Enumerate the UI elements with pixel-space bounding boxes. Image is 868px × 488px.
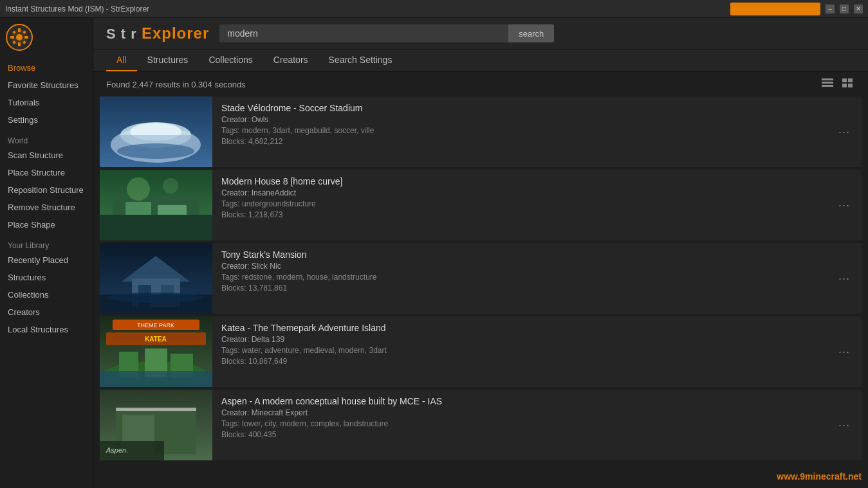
grid-view-button[interactable] xyxy=(840,77,855,91)
table-row[interactable]: Aspen. Aspen - A modern conceptual house… xyxy=(100,390,862,460)
titlebar-orange-bar xyxy=(730,3,820,15)
sidebar-item-scan-structure[interactable]: Scan Structure xyxy=(0,147,93,164)
result-blocks: Blocks: 13,781,861 xyxy=(221,284,853,293)
result-menu-button[interactable]: ··· xyxy=(835,417,854,433)
sidebar-world-header: World xyxy=(0,131,93,147)
thumb-image-stadium xyxy=(100,96,212,167)
sidebar-world-section: World Scan Structure Place Structure Rep… xyxy=(0,131,93,233)
result-creator: Creator: Slick Nic xyxy=(221,262,853,271)
sidebar-top-section: Browse Favorite Structures Tutorials Set… xyxy=(0,59,93,129)
table-row[interactable]: Stade Vélodrome - Soccer Stadium Creator… xyxy=(100,96,862,167)
sidebar: Browse Favorite Structures Tutorials Set… xyxy=(0,18,93,488)
svg-rect-17 xyxy=(848,84,853,87)
result-info: Katea - The Themepark Adventure Island C… xyxy=(212,316,862,387)
logo-explorer: Explorer xyxy=(142,24,209,42)
svg-rect-28 xyxy=(100,215,212,240)
sidebar-item-remove-structure[interactable]: Remove Structure xyxy=(0,199,93,216)
result-thumbnail: THEME PARK KATEA xyxy=(100,316,212,387)
list-view-button[interactable] xyxy=(819,77,836,91)
result-tags: Tags: tower, city, modern, complex, land… xyxy=(221,419,853,428)
svg-rect-15 xyxy=(848,78,853,82)
sidebar-item-tutorials[interactable]: Tutorials xyxy=(0,94,93,111)
titlebar-controls: – □ ✕ xyxy=(826,5,863,14)
search-button[interactable]: search xyxy=(508,24,554,42)
svg-rect-6 xyxy=(24,36,28,39)
table-row[interactable]: Modern House 8 [home curve] Creator: Ins… xyxy=(100,170,862,240)
svg-rect-12 xyxy=(822,82,833,84)
svg-rect-54 xyxy=(116,408,196,411)
svg-rect-16 xyxy=(842,84,847,87)
svg-rect-4 xyxy=(18,42,21,46)
result-blocks: Blocks: 400,435 xyxy=(221,430,853,439)
result-creator: Creator: Minecraft Expert xyxy=(221,408,853,417)
table-row[interactable]: THEME PARK KATEA Katea - The Themepark A… xyxy=(100,316,862,387)
result-tags: Tags: undergroundstructure xyxy=(221,199,853,208)
result-thumbnail xyxy=(100,170,212,240)
result-tags: Tags: modern, 3dart, megabuild, soccer, … xyxy=(221,126,853,135)
thumb-image-themepark: THEME PARK KATEA xyxy=(100,316,212,387)
result-creator: Creator: Owls xyxy=(221,115,853,124)
main-layout: Browse Favorite Structures Tutorials Set… xyxy=(0,18,868,488)
tab-collections[interactable]: Collections xyxy=(198,50,263,71)
tab-search-settings[interactable]: Search Settings xyxy=(319,50,403,71)
sidebar-item-creators[interactable]: Creators xyxy=(0,303,93,321)
result-blocks: Blocks: 10,867,649 xyxy=(221,357,853,366)
svg-point-37 xyxy=(107,293,204,303)
svg-text:KATEA: KATEA xyxy=(145,336,167,343)
maximize-button[interactable]: □ xyxy=(840,5,849,14)
list-view-icon xyxy=(822,78,833,87)
sidebar-item-place-shape[interactable]: Place Shape xyxy=(0,216,93,233)
results-summary: Found 2,447 results in 0.304 seconds xyxy=(106,80,246,89)
svg-point-23 xyxy=(117,143,194,159)
result-thumbnail: Aspen. xyxy=(100,390,212,460)
svg-text:Aspen.: Aspen. xyxy=(106,446,128,454)
result-menu-button[interactable]: ··· xyxy=(835,343,854,360)
sidebar-item-recently-placed[interactable]: Recently Placed xyxy=(0,251,93,269)
sidebar-item-browse[interactable]: Browse xyxy=(0,59,93,77)
result-menu-button[interactable]: ··· xyxy=(835,270,854,287)
result-info: Tony Stark's Mansion Creator: Slick Nic … xyxy=(212,243,862,314)
sidebar-your-library-header: Your Library xyxy=(0,236,93,251)
result-title: Tony Stark's Mansion xyxy=(221,249,853,260)
svg-point-29 xyxy=(127,177,150,201)
sidebar-item-structures[interactable]: Structures xyxy=(0,269,93,286)
logo-str: S t r xyxy=(106,26,142,42)
result-title: Aspen - A modern conceptual house built … xyxy=(221,396,853,406)
svg-rect-14 xyxy=(842,78,847,82)
results-info-bar: Found 2,447 results in 0.304 seconds xyxy=(93,72,868,96)
content-area: S t r Explorer search All Structures Col… xyxy=(93,18,868,488)
tab-creators[interactable]: Creators xyxy=(263,50,319,71)
tab-all[interactable]: All xyxy=(106,50,137,71)
result-thumbnail xyxy=(100,243,212,314)
sidebar-item-reposition-structure[interactable]: Reposition Structure xyxy=(0,181,93,199)
sidebar-item-place-structure[interactable]: Place Structure xyxy=(0,164,93,181)
result-creator: Creator: Delta 139 xyxy=(221,335,853,344)
result-menu-button[interactable]: ··· xyxy=(835,123,854,140)
table-row[interactable]: Tony Stark's Mansion Creator: Slick Nic … xyxy=(100,243,862,314)
grid-view-icon xyxy=(842,78,853,87)
svg-rect-5 xyxy=(10,36,14,39)
result-creator: Creator: InsaneAddict xyxy=(221,188,853,197)
result-info: Modern House 8 [home curve] Creator: Ins… xyxy=(212,170,862,240)
search-input[interactable] xyxy=(219,24,508,42)
search-bar: search xyxy=(219,24,554,42)
sidebar-item-settings[interactable]: Settings xyxy=(0,111,93,129)
result-title: Katea - The Themepark Adventure Island xyxy=(221,323,853,333)
result-thumbnail xyxy=(100,96,212,167)
result-tags: Tags: water, adventure, medieval, modern… xyxy=(221,346,853,355)
tab-structures[interactable]: Structures xyxy=(137,50,199,71)
thumb-image-aspen: Aspen. xyxy=(100,390,212,460)
minimize-button[interactable]: – xyxy=(826,5,835,14)
svg-point-30 xyxy=(163,178,178,194)
sidebar-item-local-structures[interactable]: Local Structures xyxy=(0,321,93,338)
close-button[interactable]: ✕ xyxy=(854,5,863,14)
sidebar-item-favorite-structures[interactable]: Favorite Structures xyxy=(0,77,93,94)
sidebar-item-collections[interactable]: Collections xyxy=(0,286,93,303)
results-list[interactable]: Stade Vélodrome - Soccer Stadium Creator… xyxy=(93,96,868,488)
result-menu-button[interactable]: ··· xyxy=(835,197,854,213)
tabs-bar: All Structures Collections Creators Sear… xyxy=(93,50,868,72)
titlebar: Instant Structures Mod (ISM) - StrExplor… xyxy=(0,0,868,18)
svg-point-2 xyxy=(16,34,23,41)
result-blocks: Blocks: 1,218,673 xyxy=(221,210,853,219)
view-toggle xyxy=(819,77,855,91)
